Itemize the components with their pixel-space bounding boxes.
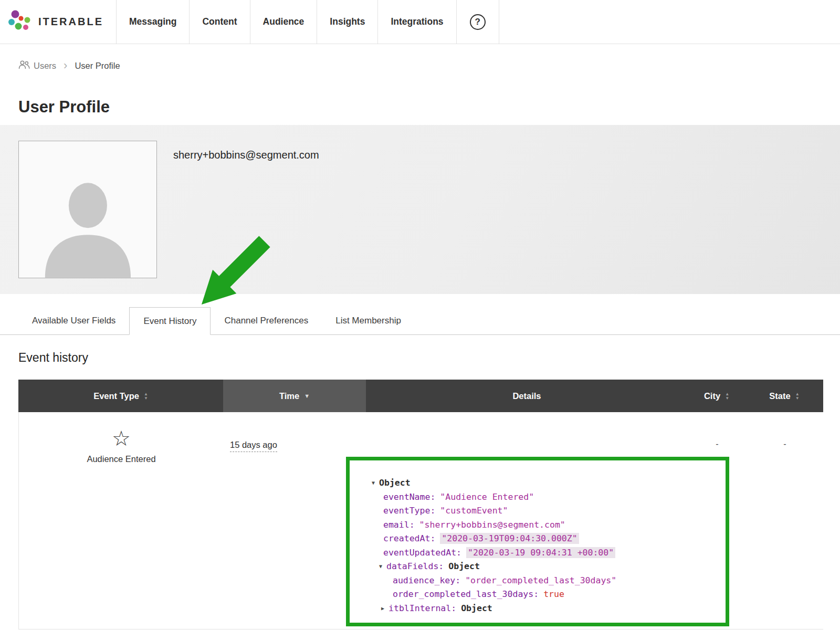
column-label: City (704, 391, 720, 401)
help-icon: ? (470, 14, 486, 30)
json-field-row: order_completed_last_30days:true (365, 587, 715, 602)
json-root-row: ▼Object (365, 476, 715, 490)
iterable-logo-icon (7, 9, 32, 35)
json-value-highlighted: "2020-03-19T09:04:30.000Z" (440, 533, 579, 544)
breadcrumb-users-label: Users (34, 61, 56, 71)
breadcrumb-users-link[interactable]: Users (18, 60, 56, 71)
json-value: "customEvent" (440, 506, 508, 516)
section-title: Event history (18, 351, 840, 365)
users-icon (18, 60, 30, 71)
top-nav: ITERABLE Messaging Content Audience Insi… (0, 0, 840, 44)
breadcrumb-current: User Profile (75, 61, 120, 71)
nav-item-messaging[interactable]: Messaging (117, 0, 190, 44)
json-field-row: createdAt:"2020-03-19T09:04:30.000Z" (365, 532, 715, 546)
chevron-right-icon: › (64, 61, 67, 70)
nav-item-audience[interactable]: Audience (250, 0, 318, 44)
json-field-row: audience_key:"order_completed_last_30day… (365, 574, 715, 588)
avatar (18, 141, 157, 278)
collapse-caret-icon[interactable]: ▼ (372, 476, 375, 490)
column-label: Event Type (93, 391, 139, 401)
json-field-row: email:"sherry+bobbins@segment.com" (365, 518, 715, 532)
json-value: "Audience Entered" (440, 492, 534, 502)
column-label: State (769, 391, 790, 401)
star-icon: ☆ (112, 427, 131, 450)
event-type-label: Audience Entered (87, 454, 155, 464)
column-label: Time (279, 391, 299, 401)
sort-icon: ▲▼ (144, 392, 148, 400)
json-key: itblInternal: (388, 603, 456, 613)
json-key: dataFields: (386, 561, 444, 571)
breadcrumb: Users › User Profile (18, 60, 840, 71)
nav-item-content[interactable]: Content (190, 0, 250, 44)
json-key: email: (383, 520, 415, 530)
json-key: createdAt: (383, 533, 435, 543)
relative-time[interactable]: 15 days ago (230, 440, 277, 452)
json-object-row: ▶itblInternal:Object (365, 602, 715, 616)
nav-item-insights[interactable]: Insights (317, 0, 378, 44)
json-key: eventType: (383, 506, 435, 516)
json-value-boolean: true (543, 589, 564, 599)
tab-event-history[interactable]: Event History (129, 307, 211, 335)
page-title: User Profile (18, 98, 840, 118)
tab-available-user-fields[interactable]: Available User Fields (18, 307, 129, 335)
collapse-caret-icon[interactable]: ▼ (379, 560, 382, 574)
column-header-time[interactable]: Time ▼ (223, 380, 366, 412)
profile-banner: sherry+bobbins@segment.com (0, 125, 840, 294)
iterable-logo[interactable]: ITERABLE (0, 0, 117, 44)
state-cell: - (746, 412, 824, 629)
json-value: "sherry+bobbins@segment.com" (419, 520, 565, 530)
column-header-city[interactable]: City ▲▼ (688, 380, 746, 412)
json-object-row: ▼dataFields:Object (365, 560, 715, 574)
avatar-silhouette-icon (32, 165, 144, 278)
profile-email: sherry+bobbins@segment.com (173, 149, 319, 161)
sort-desc-icon: ▼ (304, 393, 310, 399)
json-key: audience_key: (393, 575, 460, 585)
column-header-details: Details (366, 380, 688, 412)
json-key: order_completed_last_30days: (393, 589, 539, 599)
json-field-row: eventType:"customEvent" (365, 504, 715, 518)
tab-list-membership[interactable]: List Membership (322, 307, 415, 335)
event-type-cell: ☆ Audience Entered (19, 412, 224, 629)
time-cell: 15 days ago (224, 412, 366, 629)
event-history-table: Event Type ▲▼ Time ▼ Details City ▲▼ Sta… (18, 380, 823, 629)
table-row: ☆ Audience Entered 15 days ago ▼Object e… (18, 412, 823, 629)
nav-item-integrations[interactable]: Integrations (378, 0, 456, 44)
annotation-highlight-box: ▼Object eventName:"Audience Entered" eve… (346, 457, 729, 626)
json-value-highlighted: "2020-03-19 09:04:31 +00:00" (466, 547, 615, 558)
tab-channel-preferences[interactable]: Channel Preferences (211, 307, 322, 335)
json-key: eventUpdatedAt: (383, 548, 461, 558)
column-label: Details (512, 391, 541, 401)
profile-tabs: Available User Fields Event History Chan… (0, 307, 840, 335)
json-object-label: Object (379, 478, 411, 488)
column-header-state[interactable]: State ▲▼ (746, 380, 823, 412)
details-cell: ▼Object eventName:"Audience Entered" eve… (366, 412, 688, 629)
column-header-event-type[interactable]: Event Type ▲▼ (18, 380, 223, 412)
sort-icon: ▲▼ (795, 392, 800, 400)
expand-caret-icon[interactable]: ▶ (381, 602, 384, 616)
sort-icon: ▲▼ (725, 392, 729, 400)
brand-name: ITERABLE (38, 16, 103, 28)
json-key: eventName: (383, 492, 435, 502)
help-button[interactable]: ? (457, 0, 499, 44)
json-field-row: eventUpdatedAt:"2020-03-19 09:04:31 +00:… (365, 546, 715, 560)
json-object-label: Object (448, 561, 480, 571)
json-value: "order_completed_last_30days" (465, 575, 616, 585)
json-field-row: eventName:"Audience Entered" (365, 490, 715, 505)
table-header: Event Type ▲▼ Time ▼ Details City ▲▼ Sta… (18, 380, 823, 412)
json-object-label: Object (461, 603, 492, 613)
